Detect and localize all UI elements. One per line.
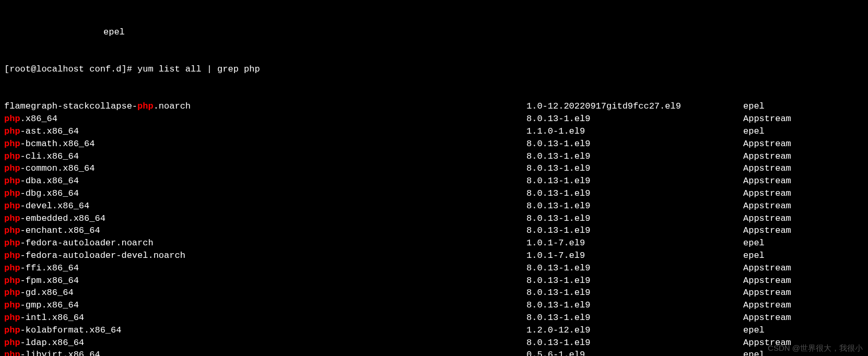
grep-match: php	[4, 238, 20, 248]
package-repo: Appstream	[743, 275, 791, 287]
package-row: php-ast.x86_641.1.0-1.el9epel	[4, 125, 864, 138]
package-row: php-enchant.x86_648.0.13-1.el9Appstream	[4, 224, 864, 237]
grep-match: php	[4, 163, 20, 173]
package-name: php-dbg.x86_64	[4, 187, 526, 200]
package-version: 8.0.13-1.el9	[526, 287, 743, 299]
grep-match: php	[4, 300, 20, 310]
package-version: 1.0-12.20220917gitd9fcc27.el9	[526, 100, 743, 113]
grep-match: php	[4, 251, 20, 260]
package-row: php-kolabformat.x86_641.2.0-12.el9epel	[4, 324, 864, 337]
package-row: php-gd.x86_648.0.13-1.el9Appstream	[4, 287, 864, 299]
package-row: php-embedded.x86_648.0.13-1.el9Appstream	[4, 212, 864, 225]
package-row: php-ldap.x86_648.0.13-1.el9Appstream	[4, 337, 864, 349]
package-name: php-ffi.x86_64	[4, 262, 526, 275]
package-row: php-intl.x86_648.0.13-1.el9Appstream	[4, 312, 864, 324]
package-repo: Appstream	[743, 138, 791, 150]
package-list: flamegraph-stackcollapse-php.noarch1.0-1…	[4, 100, 864, 356]
package-name: php-common.x86_64	[4, 162, 526, 175]
package-name: php-cli.x86_64	[4, 150, 526, 163]
grep-match: php	[4, 176, 20, 186]
package-name: php-enchant.x86_64	[4, 224, 526, 237]
package-repo: Appstream	[743, 299, 791, 312]
package-repo: Appstream	[743, 175, 791, 187]
package-repo: Appstream	[743, 224, 791, 237]
package-name: php-libvirt.x86_64	[4, 349, 526, 356]
package-row: php-fpm.x86_648.0.13-1.el9Appstream	[4, 275, 864, 287]
package-version: 8.0.13-1.el9	[526, 113, 743, 125]
package-version: 1.0.1-7.el9	[526, 237, 743, 250]
grep-match: php	[4, 350, 20, 356]
package-name: flamegraph-stackcollapse-php.noarch	[4, 100, 526, 113]
package-version: 8.0.13-1.el9	[526, 187, 743, 200]
package-version: 8.0.13-1.el9	[526, 337, 743, 349]
grep-match: php	[4, 139, 20, 149]
package-name: php-embedded.x86_64	[4, 212, 526, 225]
package-repo: epel	[743, 250, 765, 262]
package-version: 8.0.13-1.el9	[526, 224, 743, 237]
package-repo: epel	[743, 237, 765, 250]
package-version: 8.0.13-1.el9	[526, 162, 743, 175]
package-version: 8.0.13-1.el9	[526, 200, 743, 212]
grep-match: php	[4, 151, 20, 161]
package-row: php-gmp.x86_648.0.13-1.el9Appstream	[4, 299, 864, 312]
package-row: php-fedora-autoloader.noarch1.0.1-7.el9e…	[4, 237, 864, 250]
package-repo: Appstream	[743, 187, 791, 200]
package-row: php-libvirt.x86_640.5.6-1.el9epel	[4, 349, 864, 356]
package-version: 8.0.13-1.el9	[526, 138, 743, 150]
package-version: 8.0.13-1.el9	[526, 299, 743, 312]
package-name: php-bcmath.x86_64	[4, 138, 526, 150]
grep-match: php	[4, 188, 20, 198]
package-repo: Appstream	[743, 262, 791, 275]
package-name: php-kolabformat.x86_64	[4, 324, 526, 337]
grep-match: php	[4, 338, 20, 348]
grep-match: php	[4, 226, 20, 235]
package-name: php.x86_64	[4, 113, 526, 125]
shell-prompt: [root@localhost conf.d]#	[4, 64, 137, 74]
shell-command: yum list all | grep php	[137, 64, 260, 74]
package-repo: Appstream	[743, 212, 791, 225]
package-name: php-fedora-autoloader-devel.noarch	[4, 250, 526, 262]
package-repo: Appstream	[743, 162, 791, 175]
package-version: 8.0.13-1.el9	[526, 262, 743, 275]
watermark: CSDN @世界很大，我很小	[768, 342, 863, 353]
package-row: php-fedora-autoloader-devel.noarch1.0.1-…	[4, 250, 864, 262]
grep-match: php	[4, 126, 20, 136]
package-name: php-gd.x86_64	[4, 287, 526, 299]
package-row: php-devel.x86_648.0.13-1.el9Appstream	[4, 200, 864, 212]
package-row: php-common.x86_648.0.13-1.el9Appstream	[4, 162, 864, 175]
package-row: php-bcmath.x86_648.0.13-1.el9Appstream	[4, 138, 864, 150]
package-name: php-intl.x86_64	[4, 312, 526, 324]
package-row: php-cli.x86_648.0.13-1.el9Appstream	[4, 150, 864, 163]
package-version: 1.2.0-12.el9	[526, 324, 743, 337]
package-name: php-devel.x86_64	[4, 200, 526, 212]
grep-match: php	[4, 313, 20, 323]
package-version: 8.0.13-1.el9	[526, 212, 743, 225]
package-name: php-ast.x86_64	[4, 125, 526, 138]
package-repo: epel	[743, 125, 765, 138]
package-version: 1.0.1-7.el9	[526, 250, 743, 262]
package-name: php-fpm.x86_64	[4, 275, 526, 287]
package-version: 0.5.6-1.el9	[526, 349, 743, 356]
package-row: php-dba.x86_648.0.13-1.el9Appstream	[4, 175, 864, 187]
package-repo: epel	[743, 100, 765, 113]
grep-match: php	[137, 101, 154, 111]
package-repo: epel	[743, 349, 765, 356]
package-row: php-ffi.x86_648.0.13-1.el9Appstream	[4, 262, 864, 275]
package-repo: Appstream	[743, 200, 791, 212]
package-name: php-ldap.x86_64	[4, 337, 526, 349]
terminal-output[interactable]: epel [root@localhost conf.d]# yum list a…	[0, 0, 868, 356]
grep-match: php	[4, 114, 20, 124]
grep-match: php	[4, 213, 20, 223]
grep-match: php	[4, 276, 20, 286]
grep-match: php	[4, 325, 20, 335]
package-name: php-dba.x86_64	[4, 175, 526, 187]
prompt-line: [root@localhost conf.d]# yum list all | …	[4, 63, 864, 76]
package-row: php.x86_648.0.13-1.el9Appstream	[4, 113, 864, 125]
package-row: flamegraph-stackcollapse-php.noarch1.0-1…	[4, 100, 864, 113]
package-version: 1.1.0-1.el9	[526, 125, 743, 138]
grep-match: php	[4, 288, 20, 298]
grep-match: php	[4, 263, 20, 273]
grep-match: php	[4, 201, 20, 211]
package-repo: Appstream	[743, 287, 791, 299]
package-repo: Appstream	[743, 113, 791, 125]
